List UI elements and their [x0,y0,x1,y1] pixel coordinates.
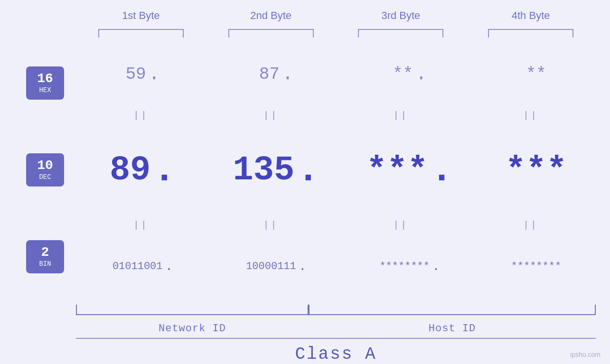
dec-b4-value: *** [506,151,567,190]
content-area: 16 HEX 10 DEC 2 BIN 59 . 87 [0,40,610,338]
bin-b1-value: 01011001 [113,261,163,272]
dec-b2-value: 135 [233,151,295,190]
host-id-label: Host ID [309,323,596,335]
eq-2-b3: || [344,220,458,231]
bin-b3-cell: ******** . [346,259,474,274]
network-host-bracket-row [76,305,596,319]
bin-badge: 2 BIN [26,240,64,273]
network-host-labels: Network ID Host ID [76,319,596,338]
hex-b1-cell: 59 . [79,64,207,85]
main-container: 1st Byte 2nd Byte 3rd Byte 4th Byte 16 H… [0,0,610,364]
hex-b1-value: 59 [126,65,146,84]
hex-dot-2: . [282,64,293,85]
bin-b2-cell: 10000111 . [212,259,340,274]
eq-2-b2: || [214,220,328,231]
labels-col: 16 HEX 10 DEC 2 BIN [14,40,76,338]
byte1-header: 1st Byte [84,9,198,22]
dec-b1-cell: 89 . [79,151,207,190]
hex-b4-cell: ** [479,65,593,84]
dec-b2-cell: 135 . [212,151,340,190]
bracket-b1 [84,27,198,40]
dec-row: 89 . 135 . *** . *** [76,122,596,218]
class-row: Class A [62,338,610,364]
eq-1-b2: || [214,110,328,121]
dec-badge: 10 DEC [26,153,64,187]
dec-dot-2: . [297,151,319,189]
hex-b3-value: ** [393,65,413,84]
dec-b3-value: *** [366,151,428,190]
bracket-b2 [214,27,328,40]
network-bracket [76,305,309,315]
hex-b2-cell: 87 . [212,64,340,85]
dec-b3-cell: *** . [346,151,474,190]
bracket-b4 [474,27,588,40]
eq-2-b4: || [474,220,588,231]
dec-b4-cell: *** [479,151,593,190]
byte-headers: 1st Byte 2nd Byte 3rd Byte 4th Byte [76,9,596,22]
bin-b3-value: ******** [379,261,430,272]
network-id-label: Network ID [76,323,309,335]
dec-b1-value: 89 [110,151,150,190]
values-area: 59 . 87 . ** . ** || || || [76,40,596,338]
class-label: Class A [76,338,596,364]
byte3-header: 3rd Byte [344,9,458,22]
bracket-b3 [344,27,458,40]
watermark: ipshu.com [570,351,601,358]
eq-1-b4: || [474,110,588,121]
bin-dot-1: . [165,259,173,274]
hex-row: 59 . 87 . ** . ** [76,40,596,108]
bin-dot-3: . [432,259,440,274]
eq-1-b1: || [84,110,198,121]
bin-b2-value: 10000111 [246,261,296,272]
hex-b4-value: ** [526,65,546,84]
hex-b3-cell: ** . [346,64,474,85]
bin-b4-value: ******** [511,261,562,272]
byte2-header: 2nd Byte [214,9,328,22]
dec-dot-3: . [430,151,453,189]
host-bracket [309,305,596,315]
hex-b2-value: 87 [259,65,280,84]
bin-row: 01011001 . 10000111 . ******** . *******… [76,233,596,301]
equals-row-1: || || || || [76,108,596,122]
eq-2-b1: || [84,220,198,231]
top-brackets [76,27,596,40]
hex-badge: 16 HEX [26,66,64,100]
hex-dot-1: . [149,64,160,85]
byte4-header: 4th Byte [474,9,588,22]
bin-dot-2: . [299,259,307,274]
eq-1-b3: || [344,110,458,121]
bin-b1-cell: 01011001 . [79,259,207,274]
bin-b4-cell: ******** [479,261,593,272]
hex-dot-3: . [415,64,427,85]
equals-row-2: || || || || [76,218,596,233]
dec-dot-1: . [153,151,176,189]
